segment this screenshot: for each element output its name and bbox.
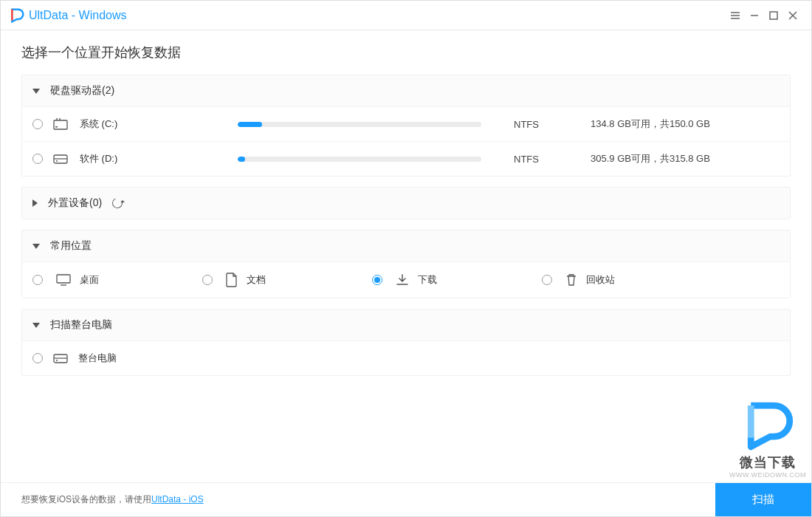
svg-point-3: [59, 118, 61, 120]
chevron-down-icon: [32, 323, 40, 328]
menu-button[interactable]: [726, 6, 745, 25]
close-icon: [788, 10, 798, 21]
page-title: 选择一个位置开始恢复数据: [21, 44, 791, 61]
footer-hint-text: 想要恢复iOS设备的数据，请使用: [21, 494, 151, 504]
location-label: 回收站: [586, 273, 615, 287]
logo-icon: [10, 8, 24, 23]
footer-hint: 想要恢复iOS设备的数据，请使用UltData - iOS: [21, 493, 204, 506]
svg-rect-1: [54, 120, 67, 129]
whole-pc-label: 整台电脑: [78, 352, 117, 365]
desktop-icon: [56, 274, 71, 286]
close-button[interactable]: [783, 6, 802, 25]
drive-usage-bar: [238, 157, 481, 162]
svg-point-2: [56, 118, 58, 120]
svg-rect-7: [57, 275, 70, 283]
titlebar: UltData - Windows: [1, 1, 811, 30]
whole-pc-row[interactable]: 整台电脑: [22, 340, 790, 375]
radio-drive-c[interactable]: [32, 119, 43, 129]
drive-size: 305.9 GB可用，共315.8 GB: [568, 152, 780, 165]
section-title-common: 常用位置: [50, 239, 92, 253]
drive-row[interactable]: 系统 (C:) NTFS 134.8 GB可用，共150.0 GB: [22, 106, 790, 141]
location-label: 文档: [247, 273, 266, 287]
download-icon: [396, 273, 409, 287]
watermark-text: 微当下载: [729, 453, 806, 471]
document-icon: [226, 273, 238, 287]
section-common: 常用位置 桌面 文档 下载: [21, 230, 791, 298]
section-header-drives[interactable]: 硬盘驱动器(2): [22, 75, 790, 106]
footer-hint-link[interactable]: UltData - iOS: [151, 494, 204, 504]
location-label: 桌面: [80, 273, 99, 287]
section-title-drives: 硬盘驱动器(2): [50, 84, 114, 97]
drive-usage-bar: [238, 122, 481, 127]
drive-name: 系统 (C:): [80, 117, 227, 131]
drive-icon: [53, 153, 69, 165]
minimize-button[interactable]: [745, 6, 764, 25]
radio-whole-pc[interactable]: [32, 353, 43, 363]
maximize-icon: [769, 11, 778, 20]
location-downloads[interactable]: 下载: [372, 273, 534, 287]
svg-point-6: [56, 160, 58, 162]
refresh-icon[interactable]: [111, 196, 124, 210]
main-content: 选择一个位置开始恢复数据 硬盘驱动器(2) 系统 (C:) NTFS 134.8…: [1, 30, 811, 482]
scan-button[interactable]: 扫描: [715, 483, 811, 517]
section-header-common[interactable]: 常用位置: [22, 230, 790, 261]
section-header-external[interactable]: 外置设备(0): [22, 188, 790, 219]
section-whole-pc: 扫描整台电脑 整台电脑: [21, 309, 791, 376]
location-documents[interactable]: 文档: [202, 273, 365, 287]
footer: 想要恢复iOS设备的数据，请使用UltData - iOS 扫描: [1, 482, 811, 516]
radio-recycle[interactable]: [542, 275, 552, 285]
chevron-down-icon: [32, 89, 40, 94]
drive-filesystem: NTFS: [492, 154, 558, 165]
svg-rect-4: [55, 126, 58, 128]
watermark-logo-icon: [742, 400, 794, 452]
section-external: 外置设备(0): [21, 187, 791, 219]
section-title-whole-pc: 扫描整台电脑: [50, 318, 112, 332]
location-recycle[interactable]: 回收站: [542, 273, 704, 287]
drive-size: 134.8 GB可用，共150.0 GB: [568, 117, 780, 131]
radio-downloads[interactable]: [372, 275, 382, 285]
svg-rect-0: [770, 12, 777, 19]
drive-icon: [53, 117, 69, 131]
section-title-external: 外置设备(0): [48, 196, 102, 210]
trash-icon: [565, 273, 577, 287]
radio-drive-d[interactable]: [32, 154, 43, 164]
svg-point-9: [56, 360, 58, 361]
chevron-right-icon: [32, 199, 38, 207]
common-locations-row: 桌面 文档 下载 回收站: [22, 261, 790, 298]
chevron-down-icon: [32, 244, 40, 249]
drive-row[interactable]: 软件 (D:) NTFS 305.9 GB可用，共315.8 GB: [22, 141, 790, 176]
location-label: 下载: [418, 273, 437, 287]
section-drives: 硬盘驱动器(2) 系统 (C:) NTFS 134.8 GB可用，共150.0 …: [21, 75, 791, 177]
menu-icon: [730, 10, 740, 21]
location-desktop[interactable]: 桌面: [32, 273, 195, 287]
drive-filesystem: NTFS: [492, 119, 558, 130]
drive-name: 软件 (D:): [80, 152, 227, 165]
minimize-icon: [749, 10, 760, 21]
app-title: UltData - Windows: [29, 9, 126, 22]
watermark: 微当下载 WWW.WEIDOWN.COM: [729, 400, 806, 479]
radio-documents[interactable]: [202, 275, 213, 285]
watermark-url: WWW.WEIDOWN.COM: [729, 471, 806, 479]
radio-desktop[interactable]: [32, 275, 43, 285]
app-logo: UltData - Windows: [10, 8, 126, 23]
maximize-button[interactable]: [764, 6, 783, 25]
drive-icon: [53, 352, 68, 364]
section-header-whole-pc[interactable]: 扫描整台电脑: [22, 309, 790, 340]
